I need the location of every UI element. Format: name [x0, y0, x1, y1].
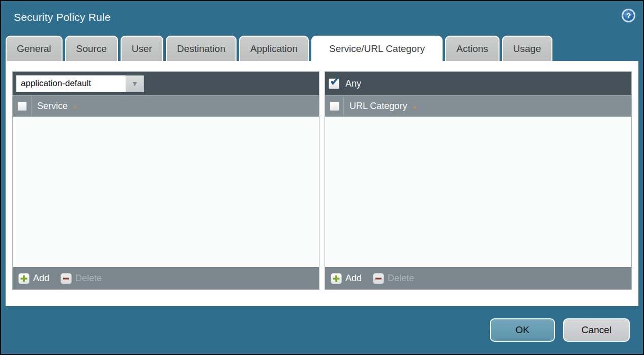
url-category-table-body[interactable]	[325, 117, 631, 267]
service-select-all-checkbox[interactable]	[17, 101, 27, 111]
url-category-panel-footer: Add Delete	[325, 267, 631, 289]
tab-general[interactable]: General	[6, 36, 63, 61]
cancel-button[interactable]: Cancel	[563, 318, 630, 342]
check-icon: ✔	[330, 75, 340, 88]
service-column-header[interactable]: Service	[37, 101, 68, 112]
service-panel-footer: Add Delete	[13, 267, 319, 289]
service-add-button[interactable]: Add	[18, 273, 49, 284]
any-checkbox[interactable]: ✔	[329, 78, 339, 89]
url-category-column-header[interactable]: URL Category	[349, 101, 407, 112]
add-button-label: Add	[33, 273, 49, 284]
service-delete-button[interactable]: Delete	[61, 273, 102, 284]
sort-ascending-icon: ▲	[72, 102, 78, 110]
tab-service-url-category[interactable]: Service/URL Category	[311, 36, 443, 61]
url-category-panel: ✔ Any URL Category ▲ Add	[325, 71, 632, 290]
service-type-combo: ▼	[16, 75, 144, 92]
page-title: Security Policy Rule	[14, 11, 111, 23]
add-icon	[18, 273, 30, 284]
tab-user[interactable]: User	[121, 36, 163, 61]
any-checkbox-label: Any	[345, 78, 361, 89]
tab-application[interactable]: Application	[239, 36, 309, 61]
dialog-button-row: OK Cancel	[490, 318, 630, 342]
delete-icon	[61, 273, 72, 284]
service-type-dropdown-button[interactable]: ▼	[126, 75, 144, 92]
delete-button-label: Delete	[388, 273, 414, 284]
delete-button-label: Delete	[75, 273, 102, 284]
url-category-delete-button[interactable]: Delete	[373, 273, 414, 284]
url-category-add-button[interactable]: Add	[331, 273, 362, 284]
url-category-select-all-checkbox[interactable]	[330, 101, 339, 111]
tab-content: ▼ Service ▲ Add	[6, 61, 638, 306]
service-select-all-cell	[13, 96, 32, 117]
add-button-label: Add	[345, 273, 362, 284]
titlebar: Security Policy Rule ?	[1, 1, 643, 35]
ok-button[interactable]: OK	[490, 318, 555, 342]
chevron-down-icon: ▼	[131, 79, 138, 88]
delete-icon	[373, 273, 384, 284]
add-icon	[331, 273, 342, 284]
service-table-header: Service ▲	[13, 95, 319, 117]
tab-destination[interactable]: Destination	[166, 36, 237, 61]
tab-usage[interactable]: Usage	[502, 36, 552, 61]
service-panel-toolbar: ▼	[13, 72, 319, 95]
help-icon[interactable]: ?	[622, 9, 635, 22]
sort-ascending-icon: ▲	[411, 102, 418, 110]
tab-bar: General Source User Destination Applicat…	[6, 36, 638, 61]
service-type-input[interactable]	[16, 75, 126, 92]
url-category-select-all-cell	[325, 96, 344, 117]
service-table-body[interactable]	[13, 117, 319, 267]
tab-source[interactable]: Source	[65, 36, 118, 61]
tab-actions[interactable]: Actions	[445, 36, 499, 61]
security-policy-rule-dialog: Security Policy Rule ? General Source Us…	[0, 0, 644, 355]
service-panel: ▼ Service ▲ Add	[12, 71, 319, 290]
url-category-table-header: URL Category ▲	[325, 95, 631, 117]
url-category-panel-toolbar: ✔ Any	[325, 72, 631, 95]
